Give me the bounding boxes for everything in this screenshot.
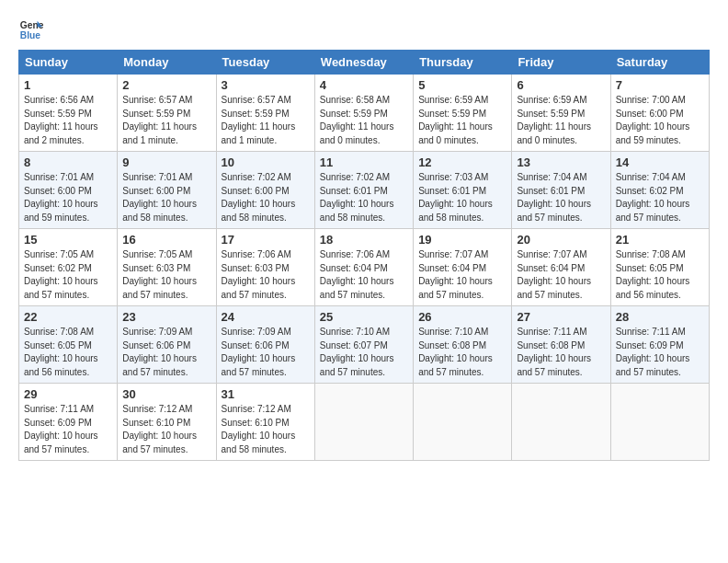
day-cell: 30Sunrise: 7:12 AMSunset: 6:10 PMDayligh… [118, 384, 216, 461]
cell-details: Sunrise: 7:09 AMSunset: 6:06 PMDaylight:… [222, 326, 310, 379]
day-cell: 2Sunrise: 6:57 AMSunset: 5:59 PMDaylight… [118, 75, 216, 152]
cell-details: Sunrise: 7:01 AMSunset: 6:00 PMDaylight:… [24, 171, 112, 224]
day-number: 22 [24, 310, 112, 324]
cell-details: Sunrise: 7:00 AMSunset: 6:00 PMDaylight:… [616, 94, 704, 147]
day-cell: 16Sunrise: 7:05 AMSunset: 6:03 PMDayligh… [118, 229, 216, 306]
cell-details: Sunrise: 6:58 AMSunset: 5:59 PMDaylight:… [320, 94, 408, 147]
day-cell: 8Sunrise: 7:01 AMSunset: 6:00 PMDaylight… [19, 152, 118, 229]
cell-details: Sunrise: 6:57 AMSunset: 5:59 PMDaylight:… [222, 94, 310, 147]
day-cell: 26Sunrise: 7:10 AMSunset: 6:08 PMDayligh… [414, 306, 512, 384]
cell-details: Sunrise: 6:57 AMSunset: 5:59 PMDaylight:… [122, 94, 210, 147]
day-number: 14 [616, 155, 704, 169]
logo: General Blue [18, 17, 48, 42]
day-cell [314, 384, 413, 461]
cell-details: Sunrise: 7:12 AMSunset: 6:10 PMDaylight:… [122, 403, 210, 456]
cell-details: Sunrise: 7:05 AMSunset: 6:03 PMDaylight:… [122, 248, 210, 302]
week-row-5: 29Sunrise: 7:11 AMSunset: 6:09 PMDayligh… [19, 384, 710, 461]
day-number: 21 [616, 233, 704, 247]
cell-details: Sunrise: 7:05 AMSunset: 6:02 PMDaylight:… [24, 248, 112, 302]
cell-details: Sunrise: 7:04 AMSunset: 6:01 PMDaylight:… [517, 171, 605, 224]
cell-details: Sunrise: 7:06 AMSunset: 6:04 PMDaylight:… [320, 248, 408, 302]
day-number: 19 [418, 233, 506, 247]
day-cell: 31Sunrise: 7:12 AMSunset: 6:10 PMDayligh… [216, 384, 314, 461]
day-cell: 24Sunrise: 7:09 AMSunset: 6:06 PMDayligh… [216, 306, 314, 384]
day-number: 16 [122, 233, 210, 247]
day-number: 6 [517, 78, 605, 92]
cell-details: Sunrise: 7:08 AMSunset: 6:05 PMDaylight:… [24, 326, 112, 379]
cell-details: Sunrise: 7:12 AMSunset: 6:10 PMDaylight:… [222, 403, 310, 456]
day-number: 26 [418, 310, 506, 324]
day-number: 25 [320, 310, 408, 324]
day-cell [512, 384, 610, 461]
cell-details: Sunrise: 6:59 AMSunset: 5:59 PMDaylight:… [418, 94, 506, 147]
day-number: 30 [122, 387, 210, 401]
cell-details: Sunrise: 7:11 AMSunset: 6:09 PMDaylight:… [616, 326, 704, 379]
day-number: 8 [24, 155, 112, 169]
day-cell: 7Sunrise: 7:00 AMSunset: 6:00 PMDaylight… [610, 75, 709, 152]
day-cell [414, 384, 512, 461]
day-cell: 13Sunrise: 7:04 AMSunset: 6:01 PMDayligh… [512, 152, 610, 229]
day-number: 18 [320, 233, 408, 247]
day-number: 7 [616, 78, 704, 92]
day-number: 13 [517, 155, 605, 169]
cell-details: Sunrise: 7:07 AMSunset: 6:04 PMDaylight:… [517, 248, 605, 302]
day-cell: 5Sunrise: 6:59 AMSunset: 5:59 PMDaylight… [414, 75, 512, 152]
day-cell: 6Sunrise: 6:59 AMSunset: 5:59 PMDaylight… [512, 75, 610, 152]
cell-details: Sunrise: 7:04 AMSunset: 6:02 PMDaylight:… [616, 171, 704, 224]
day-cell: 18Sunrise: 7:06 AMSunset: 6:04 PMDayligh… [314, 229, 413, 306]
cell-details: Sunrise: 7:09 AMSunset: 6:06 PMDaylight:… [122, 326, 210, 379]
cell-details: Sunrise: 7:10 AMSunset: 6:08 PMDaylight:… [418, 326, 506, 379]
week-row-3: 15Sunrise: 7:05 AMSunset: 6:02 PMDayligh… [19, 229, 710, 306]
day-number: 31 [222, 387, 310, 401]
day-number: 2 [122, 78, 210, 92]
day-cell: 23Sunrise: 7:09 AMSunset: 6:06 PMDayligh… [118, 306, 216, 384]
day-number: 5 [418, 78, 506, 92]
day-cell: 27Sunrise: 7:11 AMSunset: 6:08 PMDayligh… [512, 306, 610, 384]
day-cell: 28Sunrise: 7:11 AMSunset: 6:09 PMDayligh… [610, 306, 709, 384]
page: General Blue SundayMondayTuesdayWednesda… [0, 0, 728, 470]
day-cell: 10Sunrise: 7:02 AMSunset: 6:00 PMDayligh… [216, 152, 314, 229]
day-cell: 1Sunrise: 6:56 AMSunset: 5:59 PMDaylight… [19, 75, 118, 152]
cell-details: Sunrise: 7:11 AMSunset: 6:08 PMDaylight:… [517, 326, 605, 379]
day-number: 20 [517, 233, 605, 247]
day-header-monday: Monday [118, 51, 216, 75]
day-number: 17 [222, 233, 310, 247]
day-header-saturday: Saturday [610, 51, 709, 75]
cell-details: Sunrise: 7:02 AMSunset: 6:00 PMDaylight:… [222, 171, 310, 224]
day-header-tuesday: Tuesday [216, 51, 314, 75]
day-header-wednesday: Wednesday [314, 51, 413, 75]
day-header-friday: Friday [512, 51, 610, 75]
day-number: 15 [24, 233, 112, 247]
day-number: 28 [616, 310, 704, 324]
calendar-header-row: SundayMondayTuesdayWednesdayThursdayFrid… [19, 51, 710, 75]
day-header-sunday: Sunday [19, 51, 118, 75]
cell-details: Sunrise: 7:06 AMSunset: 6:03 PMDaylight:… [222, 248, 310, 302]
day-number: 11 [320, 155, 408, 169]
day-cell: 11Sunrise: 7:02 AMSunset: 6:01 PMDayligh… [314, 152, 413, 229]
week-row-2: 8Sunrise: 7:01 AMSunset: 6:00 PMDaylight… [19, 152, 710, 229]
logo-icon: General Blue [18, 17, 44, 42]
day-cell: 22Sunrise: 7:08 AMSunset: 6:05 PMDayligh… [19, 306, 118, 384]
day-number: 29 [24, 387, 112, 401]
day-cell: 25Sunrise: 7:10 AMSunset: 6:07 PMDayligh… [314, 306, 413, 384]
day-cell: 3Sunrise: 6:57 AMSunset: 5:59 PMDaylight… [216, 75, 314, 152]
week-row-1: 1Sunrise: 6:56 AMSunset: 5:59 PMDaylight… [19, 75, 710, 152]
cell-details: Sunrise: 7:10 AMSunset: 6:07 PMDaylight:… [320, 326, 408, 379]
day-cell: 21Sunrise: 7:08 AMSunset: 6:05 PMDayligh… [610, 229, 709, 306]
day-cell: 15Sunrise: 7:05 AMSunset: 6:02 PMDayligh… [19, 229, 118, 306]
day-number: 12 [418, 155, 506, 169]
cell-details: Sunrise: 6:59 AMSunset: 5:59 PMDaylight:… [517, 94, 605, 147]
cell-details: Sunrise: 7:11 AMSunset: 6:09 PMDaylight:… [24, 403, 112, 456]
svg-text:Blue: Blue [20, 30, 41, 40]
day-cell: 19Sunrise: 7:07 AMSunset: 6:04 PMDayligh… [414, 229, 512, 306]
cell-details: Sunrise: 7:03 AMSunset: 6:01 PMDaylight:… [418, 171, 506, 224]
day-number: 1 [24, 78, 112, 92]
day-cell: 29Sunrise: 7:11 AMSunset: 6:09 PMDayligh… [19, 384, 118, 461]
day-number: 10 [222, 155, 310, 169]
day-cell: 12Sunrise: 7:03 AMSunset: 6:01 PMDayligh… [414, 152, 512, 229]
day-number: 27 [517, 310, 605, 324]
day-cell: 14Sunrise: 7:04 AMSunset: 6:02 PMDayligh… [610, 152, 709, 229]
day-header-thursday: Thursday [414, 51, 512, 75]
day-number: 23 [122, 310, 210, 324]
day-number: 9 [122, 155, 210, 169]
